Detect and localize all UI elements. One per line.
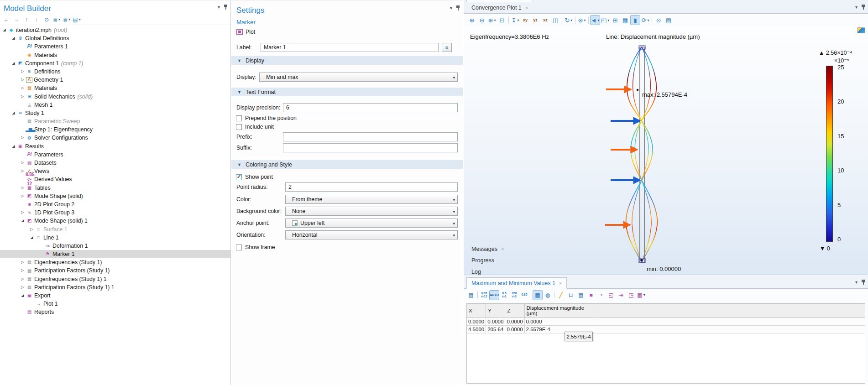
tree-expander-icon[interactable]: ▷ bbox=[20, 167, 26, 175]
tree-item[interactable]: ▷ ▦ Tables bbox=[0, 184, 230, 192]
tree-expander-icon[interactable]: ◢ bbox=[10, 59, 16, 68]
tree-expander-icon[interactable]: ◢ bbox=[10, 109, 16, 117]
zoom-in-icon[interactable]: ⊕ bbox=[467, 16, 476, 25]
table-view-icon[interactable]: ▦ bbox=[533, 291, 542, 300]
tree-item[interactable]: ▷ ◩ Mode Shape (solid) bbox=[0, 192, 230, 200]
default-view-icon[interactable]: ↧▾ bbox=[511, 16, 520, 25]
auto-precision-button[interactable]: AUTO bbox=[490, 291, 499, 300]
forward-icon[interactable]: → bbox=[12, 15, 21, 24]
tree-expander-icon[interactable]: ▷ bbox=[20, 283, 26, 291]
section-display[interactable]: ▼ Display bbox=[231, 56, 463, 65]
tree-item[interactable]: Pi Parameters 1 bbox=[0, 42, 230, 51]
tree-item[interactable]: ◬ Mesh 1 bbox=[0, 101, 230, 109]
tree-item[interactable]: ▷ ∿ 1D Plot Group 3 bbox=[0, 208, 230, 217]
pin-icon[interactable] bbox=[224, 4, 228, 10]
tree-item[interactable]: ▷ ⊞ Solid Mechanics (solid) bbox=[0, 93, 230, 101]
panel-menu-icon[interactable]: ▾ bbox=[855, 280, 858, 285]
tree-item[interactable]: ▷ ▦ Eigenfrequencies (Study 1) bbox=[0, 258, 230, 266]
tree-item[interactable]: ▷ □ Surface 1 bbox=[0, 225, 230, 234]
panel-menu-icon[interactable]: ▾ bbox=[218, 5, 220, 10]
yz-view-icon[interactable]: yz bbox=[531, 16, 540, 25]
bottom-tab[interactable]: Maximum and Minimum Values 1 × bbox=[466, 277, 567, 289]
precision-input[interactable]: 6 bbox=[283, 103, 458, 112]
delete-table-icon[interactable]: ⊔ bbox=[566, 291, 575, 300]
pin-icon[interactable] bbox=[861, 279, 865, 285]
decimal-notation-icon[interactable]: 0.85 bbox=[520, 291, 529, 300]
tree-item[interactable]: ⚑ Marker 1 bbox=[0, 250, 230, 258]
tree-expander-icon[interactable]: ▷ bbox=[20, 84, 26, 92]
table-column-header[interactable]: Displacement magnitude (µm) bbox=[524, 304, 598, 318]
tree-expander-icon[interactable]: ▷ bbox=[20, 184, 26, 192]
move-up-icon[interactable]: ↑ bbox=[22, 15, 31, 24]
tree-expander-icon[interactable]: ◢ bbox=[10, 142, 16, 151]
tree-expander-icon[interactable]: ▷ bbox=[29, 225, 35, 234]
tree-expander-icon[interactable]: ▷ bbox=[20, 208, 26, 217]
suffix-input[interactable] bbox=[283, 143, 458, 152]
tree-expander-icon[interactable]: ◢ bbox=[29, 234, 35, 242]
show-point-checkbox[interactable] bbox=[236, 174, 242, 180]
section-coloring-style[interactable]: ▼ Coloring and Style bbox=[231, 160, 463, 169]
pin-icon[interactable] bbox=[861, 4, 865, 10]
update-results-icon[interactable]: ◔ bbox=[596, 291, 606, 300]
color-swatch-icon[interactable]: ■ bbox=[586, 291, 596, 300]
tree-expander-icon[interactable]: ◢ bbox=[20, 291, 26, 300]
tree-item[interactable]: Pi Parameters bbox=[0, 151, 230, 159]
pin-icon[interactable] bbox=[456, 5, 460, 10]
tree-item[interactable]: ◢ ▣ Results bbox=[0, 142, 230, 151]
sphere-view-icon[interactable]: ◍ bbox=[543, 291, 552, 300]
image-export-icon[interactable]: ⊞ bbox=[611, 16, 620, 25]
tree-item[interactable]: ▷ ≡ Definitions bbox=[0, 68, 230, 76]
tree-expander-icon[interactable]: ▷ bbox=[20, 159, 26, 167]
prefix-input[interactable] bbox=[283, 132, 458, 141]
snapshot-camera-icon[interactable]: ⊙ bbox=[654, 16, 663, 25]
prepend-position-checkbox[interactable] bbox=[236, 115, 242, 121]
color-dropdown[interactable]: From theme ▾ bbox=[285, 195, 458, 204]
zoom-box-icon[interactable]: ⊕▾ bbox=[487, 16, 497, 25]
tree-item[interactable]: ▷ ▦ Materials bbox=[0, 84, 230, 92]
tree-expander-icon[interactable]: ◢ bbox=[1, 26, 7, 34]
tree-item[interactable]: ◢ □ Line 1 bbox=[0, 234, 230, 242]
include-unit-checkbox[interactable] bbox=[236, 124, 242, 130]
tree-item[interactable]: ◢ ◆ iteration2.mph (root) bbox=[0, 26, 230, 34]
collapse-all-icon[interactable]: ≣▾ bbox=[52, 15, 61, 24]
point-radius-input[interactable]: 2 bbox=[285, 182, 458, 192]
table-column-header[interactable] bbox=[598, 304, 865, 318]
tree-item[interactable]: ▷ ▦ Participation Factors (Study 1) 1 bbox=[0, 283, 230, 291]
close-icon[interactable]: × bbox=[501, 246, 504, 252]
back-icon[interactable]: ← bbox=[2, 15, 11, 24]
zoom-out-icon[interactable]: ⊖ bbox=[477, 16, 486, 25]
show-grid-icon[interactable]: ▦ bbox=[621, 16, 630, 25]
table-row[interactable]: 0.00000.00000.00000.0000 bbox=[467, 318, 865, 326]
tree-item[interactable]: ▷ ∠ Views bbox=[0, 167, 230, 175]
tree-item[interactable]: ◢ ∞ Study 1 bbox=[0, 109, 230, 117]
plot-canvas[interactable]: Eigenfrequency=3.3806E6 Hz Line: Displac… bbox=[464, 26, 868, 275]
tree-expander-icon[interactable]: ▷ bbox=[20, 76, 26, 84]
tree-item[interactable]: ▤ Reports bbox=[0, 308, 230, 316]
view-camera-icon[interactable]: ◫ bbox=[551, 16, 560, 25]
engineering-notation-icon[interactable]: 850 e-3 bbox=[510, 291, 519, 300]
scene-light-icon[interactable]: ⊛▾ bbox=[577, 16, 586, 25]
anchor-point-dropdown[interactable]: Upper left ▾ bbox=[285, 219, 458, 228]
full-precision-icon[interactable]: 8.85 e-12 bbox=[480, 291, 489, 300]
show-frame-checkbox[interactable] bbox=[236, 245, 242, 250]
tree-expander-icon[interactable]: ◢ bbox=[10, 34, 16, 42]
close-icon[interactable]: × bbox=[559, 281, 562, 286]
tree-expander-icon[interactable]: ▷ bbox=[20, 192, 26, 200]
rotate-view-icon[interactable]: ↻▾ bbox=[564, 16, 573, 25]
display-dropdown[interactable]: Min and max ▾ bbox=[259, 73, 458, 82]
tree-expander-icon[interactable]: ▷ bbox=[20, 258, 26, 266]
transparency-icon[interactable]: ◰▾ bbox=[601, 16, 610, 25]
graphics-tab[interactable]: Convergence Plot 1 × bbox=[466, 2, 533, 13]
tree-item[interactable]: ▷ ▦ Eigenfrequencies (Study 1) 1 bbox=[0, 275, 230, 283]
tree-expander-icon[interactable]: ▷ bbox=[20, 266, 26, 275]
tree-item[interactable]: ▷ ▤ Datasets bbox=[0, 159, 230, 167]
panel-menu-icon[interactable]: ▾ bbox=[855, 5, 858, 10]
bottom-tab[interactable]: Log bbox=[466, 266, 567, 277]
model-tree-node-text-icon[interactable]: ▤▾ bbox=[72, 15, 81, 24]
tree-item[interactable]: ◢ ◩ Component 1 (comp 1) bbox=[0, 59, 230, 68]
table-column-header[interactable]: X bbox=[467, 304, 486, 318]
table-column-header[interactable]: Z bbox=[505, 304, 524, 318]
bottom-tab[interactable]: Messages × bbox=[466, 243, 567, 255]
tree-item[interactable]: ◢ ▣ Export bbox=[0, 291, 230, 300]
xz-view-icon[interactable]: xz bbox=[541, 16, 550, 25]
